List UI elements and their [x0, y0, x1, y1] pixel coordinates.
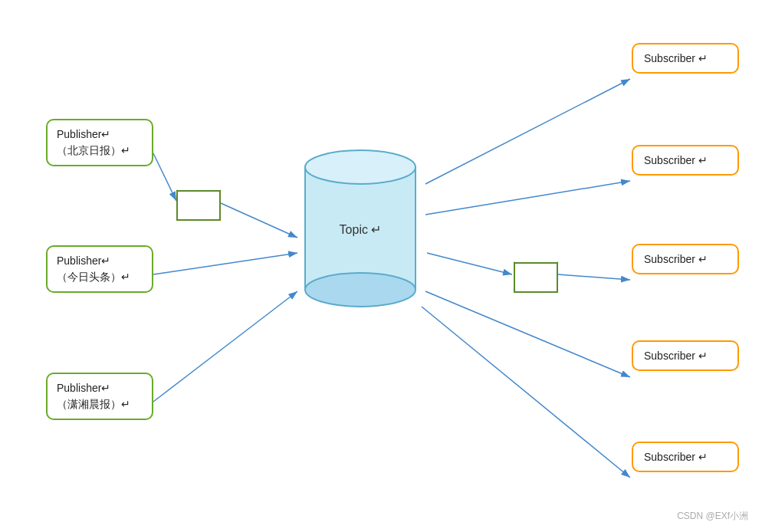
subscriber-1-label: Subscriber ↵: [644, 52, 708, 64]
subscriber-3-label: Subscriber ↵: [644, 253, 708, 265]
subscriber-2-label: Subscriber ↵: [644, 154, 708, 166]
svg-line-6: [425, 79, 630, 184]
svg-line-2: [153, 153, 176, 201]
subscriber-4: Subscriber ↵: [632, 340, 739, 371]
subscriber-5-label: Subscriber ↵: [644, 451, 708, 463]
svg-line-9: [558, 274, 630, 280]
publisher-2: Publisher↵ （今日头条）↵: [46, 245, 153, 293]
subscriber-1: Subscriber ↵: [632, 43, 739, 74]
svg-line-11: [422, 307, 630, 478]
subscriber-5: Subscriber ↵: [632, 442, 739, 472]
svg-line-5: [221, 203, 297, 238]
watermark: CSDN @EXf小洲: [677, 510, 748, 523]
publisher-3-label: Publisher: [57, 382, 101, 394]
diagram: Publisher↵ （北京日报）↵ Publisher↵ （今日头条）↵ Pu…: [0, 0, 762, 532]
publisher-3: Publisher↵ （潇湘晨报）↵: [46, 373, 153, 420]
publisher-2-sublabel: （今日头条）: [57, 271, 121, 283]
envelope-right: [514, 262, 558, 293]
envelope-left: [176, 190, 221, 221]
svg-line-10: [425, 291, 630, 377]
svg-line-3: [153, 253, 297, 274]
publisher-1-label: Publisher: [57, 128, 101, 140]
svg-point-17: [305, 273, 415, 307]
svg-line-8: [427, 253, 512, 274]
publisher-1-sublabel: （北京日报）: [57, 144, 121, 156]
topic-cylinder: Topic ↵: [299, 146, 422, 314]
subscriber-4-label: Subscriber ↵: [644, 350, 708, 362]
svg-text:Topic ↵: Topic ↵: [340, 223, 382, 236]
svg-line-7: [425, 181, 630, 215]
subscriber-3: Subscriber ↵: [632, 244, 739, 274]
subscriber-2: Subscriber ↵: [632, 145, 739, 176]
publisher-2-label: Publisher: [57, 255, 101, 267]
svg-point-18: [305, 150, 415, 184]
publisher-3-sublabel: （潇湘晨报）: [57, 398, 121, 410]
publisher-1: Publisher↵ （北京日报）↵: [46, 119, 153, 166]
svg-line-4: [153, 291, 297, 402]
